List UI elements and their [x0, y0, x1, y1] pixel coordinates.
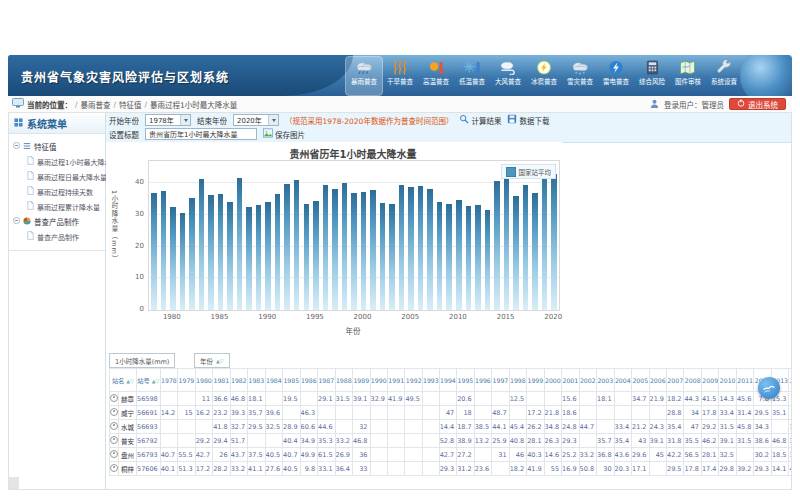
collapse-icon[interactable]	[13, 142, 20, 151]
year-header: 1989	[353, 369, 370, 392]
toolbar-item-low-temp[interactable]: 低温普查	[454, 57, 490, 95]
year-sort-tag[interactable]: 年份 ▲▽	[194, 353, 230, 368]
row-radio[interactable]	[110, 408, 118, 416]
y-tick-label: 40	[108, 178, 144, 186]
table-row: 赫章565981136.646.818.119.529.131.539.132.…	[110, 392, 792, 406]
power-icon	[737, 99, 745, 109]
value-cell: 31.5	[719, 420, 736, 434]
toolbar-item-lightning[interactable]: 雷电普查	[598, 57, 634, 95]
value-cell: 34	[684, 406, 701, 420]
row-radio[interactable]	[110, 464, 118, 472]
user-icon	[650, 99, 659, 110]
toolbar-item-wind[interactable]: 大风普查	[490, 57, 526, 95]
main-toolbar: 暴雨普查干旱普查高温普查低温普查大风普查冰雹普查雪灾普查雷电普查综合风险图件审核…	[346, 57, 746, 95]
toolbar-item-high-temp[interactable]: 高温普查	[418, 57, 454, 95]
y-tick-label: 0	[108, 305, 144, 313]
year-header: 1997	[492, 369, 509, 392]
value-cell: 41.5	[701, 392, 718, 406]
value-cell: 18.7	[457, 420, 474, 434]
x-tick-label: 1990	[255, 313, 279, 321]
toolbar-item-risk[interactable]: 综合风险	[634, 57, 670, 95]
chart-bar	[275, 194, 281, 310]
chart-bars	[149, 161, 559, 310]
breadcrumb-prefix: 当前的位置：	[27, 99, 72, 110]
chart-bar	[504, 177, 510, 310]
year-header: 1985	[283, 369, 300, 392]
toolbar-item-drought[interactable]: 干旱普查	[382, 57, 418, 95]
year-header: 1984	[265, 369, 282, 392]
value-cell: 41.9	[387, 392, 404, 406]
year-header: 1990	[370, 369, 387, 392]
toolbar-item-settings[interactable]: 系统设置	[706, 57, 742, 95]
station-id-cell: 56792	[137, 434, 161, 448]
breadcrumb-item[interactable]: 特征值	[119, 99, 142, 110]
row-radio[interactable]	[110, 450, 118, 458]
station-id-header[interactable]: 站号 ▲▽	[137, 369, 161, 392]
tree-item[interactable]: 暴雨过程日最大降水量	[13, 169, 105, 184]
toolbar-item-hail[interactable]: 冰雹普查	[526, 57, 562, 95]
tree-item[interactable]: 普查产品制作	[13, 229, 105, 244]
value-cell	[474, 406, 491, 420]
data-table: 站名 ▲▽站号 ▲▽197819791980198119821983198419…	[109, 368, 791, 476]
value-cell	[387, 434, 404, 448]
tree-item[interactable]: 暴雨过程累计降水量	[13, 199, 105, 214]
chart-title-input[interactable]	[145, 128, 257, 140]
tree-item[interactable]: 暴雨过程持续天数	[13, 184, 105, 199]
collapse-icon[interactable]	[13, 217, 20, 226]
calculate-button[interactable]: 计算结果	[459, 114, 501, 126]
value-cell: 28.8	[667, 406, 684, 420]
value-cell	[597, 420, 614, 434]
value-cell: 17.2	[527, 406, 544, 420]
value-cell: 18	[457, 406, 474, 420]
page-icon	[27, 231, 34, 242]
row-radio[interactable]	[110, 394, 118, 402]
value-cell: 48.7	[492, 406, 509, 420]
tree-group-list[interactable]: 特征值	[13, 139, 105, 154]
logout-button[interactable]: 退出系统	[729, 98, 786, 110]
end-year-select[interactable]: 2020年	[233, 114, 279, 126]
download-button[interactable]: 数据下载	[507, 114, 549, 126]
toolbar-item-snow[interactable]: 雪灾普查	[562, 57, 598, 95]
value-cell: 29.8	[719, 462, 736, 476]
value-cell: 61.5	[318, 448, 335, 462]
value-cell: 44.3	[684, 392, 701, 406]
x-tick-label: 2020	[541, 313, 565, 321]
tree-item[interactable]: 暴雨过程1小时最大降水量	[13, 154, 105, 169]
toolbar-item-rainstorm[interactable]: 暴雨普查	[346, 57, 382, 95]
drought-icon	[390, 59, 410, 76]
save-image-button[interactable]: 保存图片	[263, 128, 305, 140]
chart-bar	[227, 202, 233, 310]
value-cell: 33.2	[230, 462, 247, 476]
value-cell: 27.2	[457, 448, 474, 462]
value-cell: 35.8	[789, 448, 791, 462]
start-year-select[interactable]: 1978年	[145, 114, 191, 126]
scroll-grip[interactable]	[9, 477, 19, 489]
value-cell: 44.1	[492, 420, 509, 434]
floating-widget-button[interactable]	[758, 377, 780, 399]
toolbar-item-label: 大风普查	[495, 76, 521, 86]
value-cell	[422, 392, 439, 406]
value-cell	[283, 406, 300, 420]
value-cell	[405, 448, 422, 462]
toolbar-item-map-review[interactable]: 图件审核	[670, 57, 706, 95]
breadcrumb-item[interactable]: 暴雨过程1小时最大降水量	[150, 99, 237, 110]
station-name-header[interactable]: 站名 ▲▽	[110, 369, 137, 392]
tree-group-product[interactable]: 普查产品制作	[13, 214, 105, 229]
low-temp-icon	[462, 59, 482, 76]
value-cell: 28.2	[213, 462, 230, 476]
year-header: 1995	[457, 369, 474, 392]
value-cell	[597, 406, 614, 420]
breadcrumb-item[interactable]: 暴雨普查	[81, 99, 111, 110]
value-cell: 47	[439, 406, 456, 420]
value-cell: 18.2	[509, 462, 526, 476]
year-header: 1991	[387, 369, 404, 392]
value-cell	[405, 462, 422, 476]
year-header: 2009	[701, 369, 718, 392]
value-cell: 31.5	[736, 434, 753, 448]
value-cell: 39.3	[230, 406, 247, 420]
row-radio[interactable]	[110, 436, 118, 444]
value-cell: 49.5	[405, 392, 422, 406]
row-radio[interactable]	[110, 422, 118, 430]
year-header: 1999	[527, 369, 544, 392]
value-cell	[335, 406, 352, 420]
